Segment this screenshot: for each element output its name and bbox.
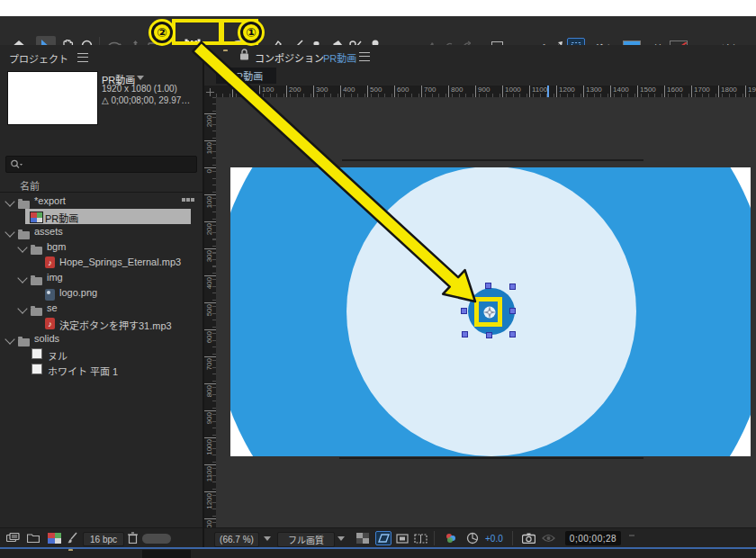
tree-header-divider (0, 192, 202, 193)
selection-handle[interactable] (509, 308, 516, 314)
tree-row-logo[interactable]: logo.png (0, 285, 202, 301)
composition-panel-title[interactable]: コンポジション (255, 50, 324, 65)
ruler-tick-label: 200 (204, 113, 216, 127)
solid-icon (32, 348, 42, 359)
item-name-caret-icon[interactable] (137, 76, 144, 80)
selection-handle[interactable] (462, 331, 468, 338)
bar-separator (434, 531, 435, 545)
ruler-tick-label: 700 (204, 356, 216, 370)
vertical-ruler[interactable]: 2001000100200300400500600700800900100011… (204, 97, 216, 527)
mask-visibility-icon[interactable] (375, 531, 392, 545)
tree-row-se-file[interactable]: ♪ 決定ボタンを押す31.mp3 (0, 316, 202, 331)
ruler-tick-label: 800 (448, 86, 463, 97)
ruler-tick-label: 1200 (556, 86, 575, 97)
project-panel-menu-icon[interactable] (77, 53, 88, 62)
zoom-caret-icon[interactable] (264, 536, 271, 541)
composition-panel-comp-name[interactable]: PR動画 (323, 50, 356, 65)
color-depth-button[interactable]: 16 bpc (83, 532, 124, 546)
timeline-panel-edge[interactable] (0, 547, 756, 558)
chevron-down-icon[interactable] (4, 227, 14, 237)
project-panel-title[interactable]: プロジェクト (9, 51, 68, 66)
new-composition-icon[interactable] (47, 532, 62, 544)
ruler-tick-label: 0 (204, 167, 216, 173)
tree-row-white-solid[interactable]: ホワイト 平面 1 (0, 362, 202, 377)
timecode-field[interactable]: 0;00;00;28 (565, 531, 621, 545)
tree-item-label: assets (34, 226, 63, 237)
horizontal-ruler[interactable]: 0100200300400500600700800900100011001200… (216, 86, 756, 97)
ruler-tick-label: 1000 (502, 86, 521, 97)
ruler-tick-label: 1900 (745, 86, 756, 97)
project-search-input[interactable] (5, 156, 197, 173)
horizontal-scrollbar-thumb[interactable] (142, 534, 171, 544)
tree-row-solids[interactable]: solids (0, 331, 202, 346)
tree-item-label: ホワイト 平面 1 (48, 364, 118, 378)
exposure-icon[interactable] (465, 532, 480, 544)
exposure-value[interactable]: +0.0 (485, 534, 503, 544)
chevron-down-icon[interactable] (4, 196, 14, 206)
trash-icon[interactable] (128, 532, 138, 544)
quality-caret-icon[interactable] (338, 536, 345, 541)
composition-panel-menu-icon[interactable] (359, 52, 370, 61)
ruler-tick-label: 1500 (637, 86, 656, 97)
snapshot-camera-icon[interactable] (521, 532, 536, 544)
ruler-tick-label: 100 (259, 86, 274, 97)
ruler-tick-label: 700 (421, 86, 436, 97)
tree-item-label: solids (34, 333, 59, 344)
folder-icon (18, 338, 30, 346)
selection-handle[interactable] (461, 284, 467, 290)
app-window: ② ① スナップ (0, 0, 756, 558)
tree-row-null[interactable]: ヌル (0, 346, 202, 362)
tree-row-se[interactable]: se (0, 301, 202, 316)
tree-item-label: img (47, 272, 63, 283)
bar-tick (629, 535, 634, 536)
tree-row-assets[interactable]: assets (0, 224, 202, 239)
tree-row-comp-selected[interactable]: PR動画 (0, 209, 202, 224)
guide-line-top (342, 159, 644, 161)
selection-handle[interactable] (509, 331, 516, 338)
selection-handle[interactable] (461, 308, 467, 314)
tree-row-img[interactable]: img (0, 270, 202, 285)
guide-options-icon[interactable] (413, 532, 428, 544)
chevron-down-icon[interactable] (17, 303, 27, 313)
transparency-grid-icon[interactable] (356, 532, 370, 544)
selection-handle[interactable] (486, 332, 492, 338)
quality-dropdown[interactable]: フル画質 (277, 532, 335, 547)
ruler-tick-label: 600 (204, 329, 216, 343)
tree-row-bgm[interactable]: bgm (0, 239, 202, 255)
tree-item-label: Hope_Springs_Eternal.mp3 (59, 256, 181, 267)
zoom-level-dropdown[interactable]: (66.7 %) (214, 532, 259, 547)
ruler-tick-label: 1100 (529, 86, 547, 97)
show-snapshot-eye-icon[interactable] (541, 532, 555, 544)
solid-icon (32, 364, 42, 374)
tree-item-label: logo.png (59, 287, 97, 298)
tree-row-bgm-file[interactable]: ♪ Hope_Springs_Eternal.mp3 (0, 255, 202, 270)
chevron-down-icon[interactable] (4, 334, 14, 344)
region-of-interest-icon[interactable] (395, 532, 410, 544)
composition-dimensions: 1920 x 1080 (1.00) (102, 84, 177, 94)
ruler-origin-box[interactable] (204, 86, 217, 98)
tree-row-export[interactable]: *export (0, 194, 202, 209)
tree-item-label: PR動画 (45, 211, 78, 225)
viewer-tab[interactable]: PR動画 (216, 68, 276, 84)
ruler-tick-label: 100 (204, 140, 216, 154)
chevron-down-icon[interactable] (17, 273, 27, 283)
chevron-down-icon[interactable] (17, 242, 27, 252)
interpret-footage-icon[interactable] (67, 532, 78, 544)
tree-item-label: se (47, 302, 58, 313)
tree-item-label: ヌル (48, 348, 68, 363)
guide-line-bottom (339, 457, 644, 459)
collect-files-icon (182, 198, 194, 202)
project-settings-icon[interactable] (6, 533, 20, 544)
new-folder-icon[interactable] (27, 533, 40, 543)
ruler-tick-label: 1100 (204, 464, 216, 482)
selection-handle[interactable] (509, 284, 516, 290)
selection-handle[interactable] (485, 283, 491, 289)
name-column-header[interactable]: 名前 (20, 178, 40, 193)
channel-rgb-icon[interactable] (444, 532, 458, 544)
ruler-tick-label: 0 (232, 86, 238, 97)
ruler-tick-label: 1700 (691, 86, 710, 97)
lock-icon[interactable] (239, 49, 249, 60)
ruler-tick-label: 200 (204, 221, 216, 235)
composition-thumbnail[interactable] (7, 71, 98, 125)
viewer-bottom-bar: (66.7 %) フル画質 +0.0 (204, 527, 756, 548)
